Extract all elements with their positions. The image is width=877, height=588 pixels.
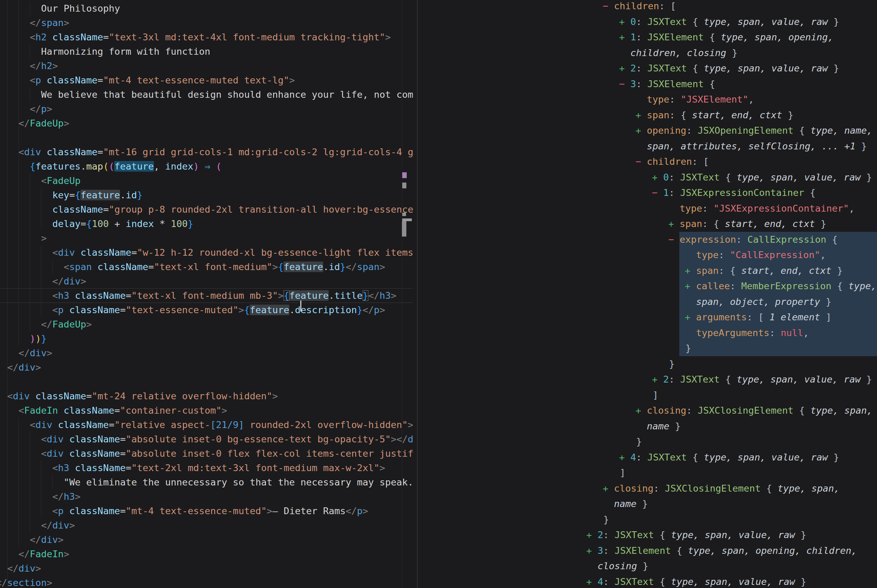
ast-line[interactable]: children, closing } bbox=[631, 45, 737, 61]
tree-expand-icon[interactable]: + bbox=[619, 14, 631, 30]
ast-line[interactable]: −children: [ bbox=[603, 0, 676, 14]
ast-line[interactable]: +2: JSXText { type, span, value, raw } bbox=[619, 60, 839, 76]
ast-line[interactable]: typeArguments: null, bbox=[696, 325, 809, 341]
ast-line[interactable]: +closing: JSXClosingElement { type, span… bbox=[603, 481, 840, 496]
code-line[interactable]: delay={100 + index * 100} bbox=[53, 217, 193, 231]
ast-line[interactable]: +closing: JSXClosingElement { type, span… bbox=[635, 403, 872, 418]
ast-line[interactable]: −expression: CallExpression { bbox=[668, 232, 838, 248]
code-line[interactable]: <div className="absolute inset-0 flex fl… bbox=[41, 447, 413, 461]
ast-line[interactable]: } bbox=[685, 340, 691, 356]
code-line[interactable]: </div> bbox=[53, 274, 86, 288]
ast-line[interactable]: +0: JSXText { type, span, value, raw } bbox=[619, 14, 839, 30]
tree-collapse-icon[interactable]: − bbox=[652, 185, 663, 201]
tree-expand-icon[interactable]: + bbox=[635, 403, 647, 418]
tree-expand-icon[interactable]: + bbox=[586, 574, 598, 588]
code-line[interactable]: We believe that beautiful design should … bbox=[41, 87, 413, 102]
code-editor-pane[interactable]: Our Philosophy</span><h2 className="text… bbox=[0, 0, 413, 588]
ast-tree-pane[interactable]: −children: [+0: JSXText { type, span, va… bbox=[418, 0, 877, 588]
code-line[interactable]: </h3> bbox=[53, 489, 80, 504]
code-line[interactable]: className="group p-8 rounded-2xl transit… bbox=[53, 202, 413, 217]
ast-line[interactable]: span, attributes, selfClosing, ... +1 } bbox=[647, 138, 867, 154]
ast-line[interactable]: +0: JSXText { type, span, value, raw } bbox=[652, 170, 872, 185]
code-line[interactable]: <div className="mt-24 relative overflow-… bbox=[7, 389, 278, 404]
ast-line[interactable]: +1: JSXElement { type, span, opening, bbox=[619, 29, 833, 45]
ast-line[interactable]: +opening: JSXOpeningElement { type, name… bbox=[635, 123, 872, 138]
tree-collapse-icon[interactable]: − bbox=[603, 0, 614, 14]
code-line[interactable]: </div> bbox=[30, 532, 64, 547]
code-line[interactable]: </FadeUp> bbox=[18, 116, 69, 130]
tree-expand-icon[interactable]: + bbox=[668, 216, 680, 232]
ast-line[interactable]: type: "CallExpression", bbox=[696, 247, 826, 263]
code-line[interactable]: <p className="text-essence-muted">{featu… bbox=[53, 303, 385, 317]
tree-expand-icon[interactable]: + bbox=[635, 107, 647, 123]
code-line[interactable]: </FadeUp> bbox=[41, 317, 92, 332]
code-line[interactable]: </section> bbox=[0, 576, 53, 588]
code-line[interactable]: {features.map((feature, index) ⇒ ( bbox=[30, 159, 222, 174]
tree-expand-icon[interactable]: + bbox=[652, 170, 663, 185]
code-line[interactable]: Our Philosophy bbox=[41, 2, 120, 16]
tree-collapse-icon[interactable]: − bbox=[619, 76, 631, 92]
code-line[interactable]: <div className="w-12 h-12 rounded-xl bg-… bbox=[53, 246, 413, 260]
ast-line[interactable]: } bbox=[604, 512, 609, 528]
ast-line[interactable]: ] bbox=[653, 387, 658, 403]
ast-line[interactable]: +callee: MemberExpression { type, bbox=[685, 278, 877, 294]
code-line[interactable]: </div> bbox=[18, 346, 53, 360]
tree-expand-icon[interactable]: + bbox=[652, 372, 663, 387]
scrollbar-thumb[interactable] bbox=[402, 221, 406, 237]
tree-expand-icon[interactable]: + bbox=[586, 543, 598, 559]
ast-line[interactable]: −children: [ bbox=[635, 154, 709, 170]
code-line[interactable]: <p className="mt-4 text-essence-muted">—… bbox=[53, 504, 368, 518]
pane-divider[interactable] bbox=[417, 0, 417, 588]
code-line[interactable]: <p className="mt-4 text-essence-muted te… bbox=[30, 73, 295, 87]
ast-line[interactable]: +span: { start, end, ctxt } bbox=[668, 216, 826, 232]
code-line[interactable]: <FadeUp bbox=[41, 174, 80, 188]
code-line[interactable]: <span className="text-xl font-medium">{f… bbox=[64, 260, 385, 274]
code-line[interactable]: </div> bbox=[7, 561, 41, 576]
tree-expand-icon[interactable]: + bbox=[685, 309, 696, 325]
tree-expand-icon[interactable]: + bbox=[619, 450, 631, 465]
tree-expand-icon[interactable]: + bbox=[586, 527, 598, 543]
tree-expand-icon[interactable]: + bbox=[685, 263, 696, 279]
code-line[interactable]: "We eliminate the unnecessary so that th… bbox=[64, 475, 413, 489]
ast-line[interactable]: closing } bbox=[598, 558, 648, 574]
ast-line[interactable]: span, object, property } bbox=[696, 294, 832, 310]
code-line[interactable]: ))} bbox=[30, 332, 47, 346]
code-line[interactable]: Harmonizing form with function bbox=[41, 45, 210, 59]
ast-line[interactable]: ] bbox=[620, 465, 626, 481]
ast-line[interactable]: type: "JSXElement", bbox=[647, 92, 754, 107]
ast-line[interactable]: name } bbox=[647, 418, 681, 434]
ast-line[interactable]: +span: { start, end, ctxt } bbox=[635, 107, 794, 123]
tree-expand-icon[interactable]: + bbox=[635, 123, 647, 138]
code-line[interactable]: <FadeIn className="container-custom"> bbox=[18, 404, 227, 418]
code-line[interactable]: <div className="mt-16 grid grid-cols-1 m… bbox=[18, 145, 413, 159]
ast-line[interactable]: −3: JSXElement { bbox=[619, 76, 715, 92]
code-line[interactable]: </p> bbox=[30, 102, 53, 116]
code-line[interactable]: </div> bbox=[7, 360, 41, 375]
tree-expand-icon[interactable]: + bbox=[619, 60, 631, 76]
code-line[interactable]: <h2 className="text-3xl md:text-4xl font… bbox=[30, 30, 390, 45]
ast-line[interactable]: name } bbox=[614, 496, 648, 512]
code-line[interactable]: <div className="relative aspect-[21/9] r… bbox=[30, 418, 413, 432]
ast-line[interactable]: } bbox=[636, 434, 642, 450]
code-line[interactable]: <div className="absolute inset-0 bg-esse… bbox=[41, 432, 413, 447]
code-line[interactable]: </div> bbox=[41, 518, 75, 532]
code-line[interactable]: </h2> bbox=[30, 59, 58, 73]
ast-line[interactable]: +2: JSXText { type, span, value, raw } bbox=[586, 527, 806, 543]
ast-line[interactable]: +4: JSXText { type, span, value, raw } bbox=[586, 574, 806, 588]
code-line[interactable]: <h3 className="text-2xl md:text-3xl font… bbox=[53, 461, 385, 475]
code-line[interactable]: <h3 className="text-xl font-medium mb-3"… bbox=[53, 288, 396, 303]
ast-line[interactable]: +arguments: [ 1 element ] bbox=[685, 309, 832, 325]
ast-line[interactable]: +span: { start, end, ctxt } bbox=[685, 263, 843, 279]
ast-line[interactable]: } bbox=[669, 356, 675, 372]
code-line[interactable]: </FadeIn> bbox=[18, 547, 69, 561]
ast-line[interactable]: −1: JSXExpressionContainer { bbox=[652, 185, 815, 201]
tree-collapse-icon[interactable]: − bbox=[668, 232, 680, 248]
ast-line[interactable]: +2: JSXText { type, span, value, raw } bbox=[652, 372, 872, 387]
code-line[interactable]: key={feature.id} bbox=[53, 188, 143, 202]
code-line[interactable]: </span> bbox=[30, 16, 69, 30]
ast-line[interactable]: type: "JSXExpressionContainer", bbox=[680, 201, 854, 216]
tree-collapse-icon[interactable]: − bbox=[635, 154, 647, 170]
ast-line[interactable]: +4: JSXText { type, span, value, raw } bbox=[619, 450, 839, 465]
code-line[interactable]: > bbox=[41, 231, 47, 246]
tree-expand-icon[interactable]: + bbox=[685, 278, 696, 294]
